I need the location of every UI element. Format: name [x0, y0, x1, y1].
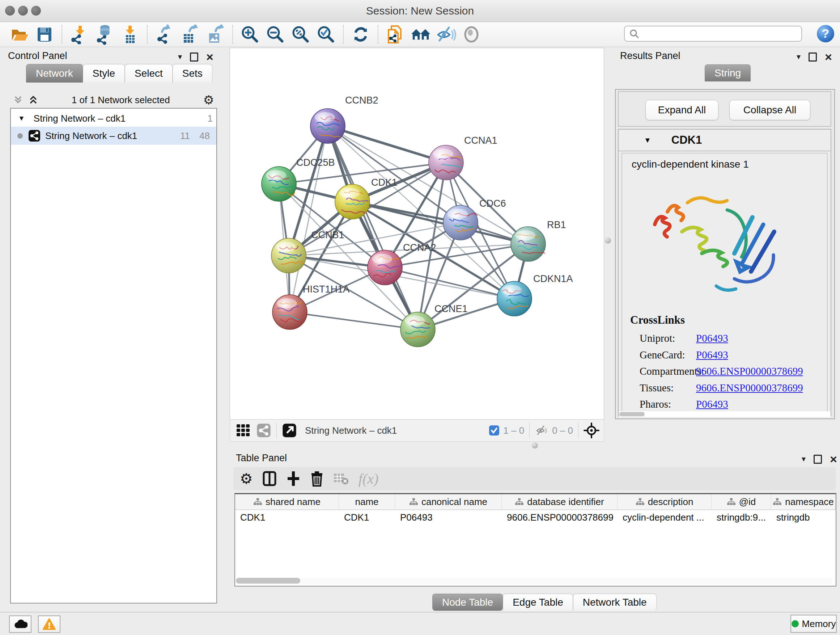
protein-node-rb1[interactable]: RB1	[511, 219, 566, 261]
open-in-new-window-icon[interactable]	[282, 423, 297, 438]
network-edge[interactable]	[328, 126, 418, 329]
network-collection-row[interactable]: ▼ String Network – cdk1 1	[11, 109, 216, 127]
expand-all-networks-icon[interactable]	[28, 95, 38, 105]
fit-selected-crosshair-icon[interactable]	[584, 423, 600, 439]
gene-section-header[interactable]: ▼ CDK1	[619, 130, 831, 151]
tab-node-table[interactable]: Node Table	[432, 594, 503, 611]
column-header-canonical-name[interactable]: canonical name	[395, 494, 502, 509]
table-cell[interactable]: 9606.ENSP00000378699	[502, 512, 617, 523]
network-canvas[interactable]: CCNB2CCNA1CDC25BCDK1CDC6RB1CCNB1CCNA2CDK…	[230, 48, 604, 420]
home-icon[interactable]	[411, 24, 431, 44]
tab-sets[interactable]: Sets	[172, 64, 212, 82]
share-document-icon[interactable]	[385, 24, 406, 44]
tab-style[interactable]: Style	[83, 64, 125, 82]
hide-items-eye-icon[interactable]	[436, 24, 456, 44]
results-horizontal-scrollbar[interactable]	[619, 411, 831, 417]
import-network-from-database-icon[interactable]	[95, 24, 115, 44]
zoom-selected-icon[interactable]	[316, 24, 336, 44]
crosslink-link[interactable]: 9606.ENSP00000378699	[696, 382, 803, 394]
tab-select[interactable]: Select	[125, 64, 172, 82]
import-table-from-file-icon[interactable]	[120, 24, 140, 44]
search-box[interactable]	[624, 26, 802, 42]
network-list-options-gear-icon[interactable]: ⚙	[203, 94, 214, 106]
tab-edge-table[interactable]: Edge Table	[503, 594, 573, 611]
warnings-button[interactable]	[38, 616, 60, 633]
column-hierarchy-icon	[515, 497, 523, 506]
undock-panel-icon[interactable]	[813, 455, 822, 464]
table-cell[interactable]: P06493	[395, 512, 502, 523]
table-cell[interactable]: CDK1	[235, 512, 339, 523]
column-header--id[interactable]: @id	[712, 494, 771, 509]
vertical-splitter-handle[interactable]	[605, 238, 611, 244]
undock-panel-icon[interactable]	[190, 52, 198, 62]
table-horizontal-scrollbar[interactable]	[236, 578, 833, 584]
node-table[interactable]: shared namenamecanonical namedatabase id…	[234, 493, 836, 586]
zoom-fit-icon[interactable]	[291, 24, 311, 44]
table-cell[interactable]: cyclin-dependent ...	[617, 512, 712, 523]
network-edge[interactable]	[290, 312, 418, 329]
search-input[interactable]	[642, 28, 796, 40]
scrollbar-thumb[interactable]	[236, 578, 300, 584]
save-session-icon[interactable]	[34, 24, 55, 44]
open-session-icon[interactable]	[9, 24, 29, 44]
protein-node-ccne1[interactable]: CCNE1	[401, 303, 468, 347]
birdseye-grid-icon[interactable]	[236, 423, 251, 438]
network-row-selected[interactable]: String Network – cdk1 11 48	[11, 127, 216, 145]
gene-collapse-triangle-icon[interactable]: ▼	[644, 136, 651, 144]
crosslink-link[interactable]: P06493	[696, 333, 728, 344]
crosslink-link[interactable]: 9606.ENSP00000378699	[696, 365, 803, 377]
share-network-icon[interactable]	[256, 423, 271, 438]
close-panel-icon[interactable]: ×	[825, 51, 832, 63]
horizontal-splitter-handle[interactable]	[532, 442, 538, 448]
network-edge[interactable]	[328, 126, 446, 163]
export-table-icon[interactable]	[180, 24, 200, 44]
column-header-shared-name[interactable]: shared name	[235, 494, 339, 509]
column-header-namespace[interactable]: namespace	[771, 494, 836, 509]
scrollbar-thumb[interactable]	[619, 412, 645, 416]
delete-column-trash-icon[interactable]	[310, 470, 324, 486]
protein-structure-image	[644, 177, 796, 308]
table-cell[interactable]: stringdb	[771, 512, 836, 523]
tab-network-table[interactable]: Network Table	[573, 594, 657, 611]
protein-node-cdkn1a[interactable]: CDKN1A	[497, 273, 573, 316]
show-columns-icon[interactable]	[262, 470, 277, 486]
add-column-icon[interactable]	[286, 470, 301, 486]
column-header-description[interactable]: description	[617, 494, 712, 509]
help-button[interactable]: ?	[816, 24, 835, 44]
selected-checkbox-icon[interactable]	[489, 425, 500, 436]
column-header-name[interactable]: name	[339, 494, 395, 509]
network-edge-count: 48	[199, 130, 210, 141]
collapse-all-networks-icon[interactable]	[13, 95, 23, 105]
table-cell[interactable]: CDK1	[339, 512, 395, 523]
zoom-out-icon[interactable]	[265, 24, 286, 44]
string-network-graph[interactable]: CCNB2CCNA1CDC25BCDK1CDC6RB1CCNB1CCNA2CDK…	[230, 48, 604, 419]
zoom-in-icon[interactable]	[240, 24, 260, 44]
crosslink-link[interactable]: P06493	[696, 398, 728, 410]
tab-string[interactable]: String	[705, 65, 751, 81]
collapse-all-button[interactable]: Collapse All	[729, 100, 810, 120]
hidden-items-eye-icon[interactable]	[535, 424, 549, 437]
protein-node-hist1h1a[interactable]: HIST1H1A	[272, 284, 349, 329]
import-network-from-file-icon[interactable]	[69, 24, 89, 44]
expand-all-button[interactable]: Expand All	[645, 100, 718, 120]
collection-expand-triangle-icon[interactable]: ▼	[18, 114, 25, 122]
memory-button[interactable]: Memory	[790, 615, 837, 633]
table-row[interactable]: CDK1CDK1P064939606.ENSP00000378699cyclin…	[235, 510, 836, 524]
float-panel-icon[interactable]: ▾	[802, 455, 806, 463]
results-panel-header-icons: ▾ ×	[797, 51, 832, 63]
tab-network[interactable]: Network	[26, 64, 83, 82]
close-panel-icon[interactable]: ×	[830, 453, 837, 465]
column-header-database-identifier[interactable]: database identifier	[502, 494, 617, 509]
export-image-icon[interactable]	[205, 24, 225, 44]
float-panel-icon[interactable]: ▾	[797, 53, 801, 61]
crosslink-link[interactable]: P06493	[696, 349, 728, 361]
float-panel-icon[interactable]: ▾	[178, 53, 182, 61]
protein-node-ccna1[interactable]: CCNA1	[429, 135, 497, 180]
undock-panel-icon[interactable]	[808, 52, 817, 62]
table-options-gear-icon[interactable]: ⚙	[240, 471, 253, 486]
close-panel-icon[interactable]: ×	[206, 51, 213, 63]
table-cell[interactable]: stringdb:9...	[712, 512, 771, 523]
refresh-icon[interactable]	[351, 24, 371, 44]
cloud-status-button[interactable]	[9, 616, 32, 633]
export-network-icon[interactable]	[155, 24, 175, 44]
